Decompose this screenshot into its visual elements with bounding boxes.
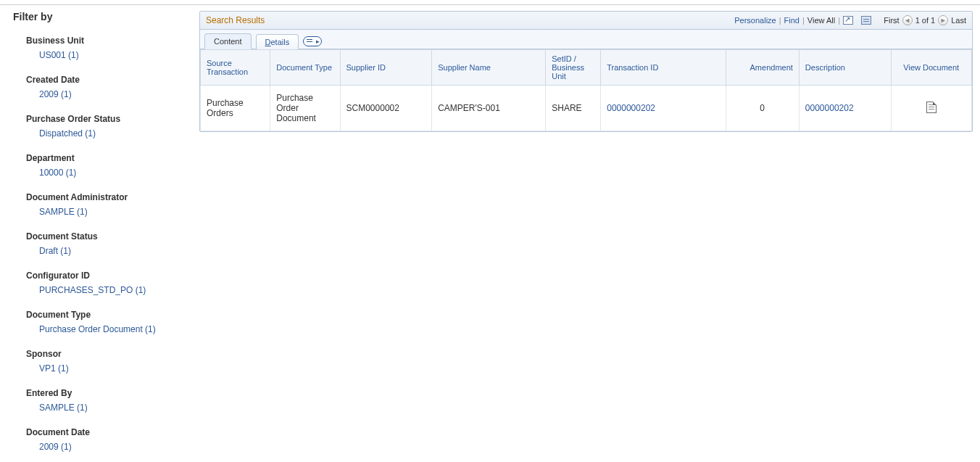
results-main: Search Results Personalize | Find | View… <box>199 11 980 462</box>
filter-group-doc-admin: Document Administrator SAMPLE (1) <box>13 192 191 217</box>
col-setid-bu[interactable]: SetID / Business Unit <box>546 50 601 86</box>
filter-label: Configurator ID <box>13 271 191 281</box>
top-divider <box>0 4 980 5</box>
show-all-columns-icon[interactable] <box>303 36 322 46</box>
cell-view-document <box>891 86 972 131</box>
filter-sidebar: Filter by Business Unit US001 (1) Create… <box>0 11 199 462</box>
tab-details-rest: etails <box>270 38 289 46</box>
filter-value-link[interactable]: 2009 (1) <box>13 89 191 99</box>
filter-label: Sponsor <box>13 349 191 359</box>
personalize-link[interactable]: Personalize <box>734 16 776 25</box>
filter-label: Business Unit <box>13 36 191 46</box>
download-grid-icon[interactable] <box>861 16 871 25</box>
filter-value-link[interactable]: 10000 (1) <box>13 168 191 178</box>
col-document-type[interactable]: Document Type <box>270 50 340 86</box>
view-document-icon[interactable] <box>926 102 937 113</box>
filter-group-configurator-id: Configurator ID PURCHASES_STD_PO (1) <box>13 271 191 295</box>
grid-title: Search Results <box>206 15 265 25</box>
last-link[interactable]: Last <box>951 16 966 25</box>
col-source-transaction[interactable]: Source Transaction <box>201 50 270 86</box>
next-page-icon[interactable]: ► <box>938 15 948 25</box>
filter-group-sponsor: Sponsor VP1 (1) <box>13 349 191 374</box>
col-supplier-name[interactable]: Supplier Name <box>432 50 546 86</box>
filter-value-link[interactable]: Dispatched (1) <box>13 128 191 139</box>
cell-supplier-name: CAMPER'S-001 <box>432 86 546 131</box>
separator: | <box>802 16 805 25</box>
tab-content-label: Content <box>214 37 242 46</box>
tab-content[interactable]: Content <box>204 33 252 49</box>
filter-group-document-type: Document Type Purchase Order Document (1… <box>13 310 191 334</box>
tab-details[interactable]: Details <box>256 34 299 49</box>
filter-label: Purchase Order Status <box>13 114 191 124</box>
grid-tabs: Content Details <box>200 30 972 49</box>
filter-label: Document Date <box>13 427 191 437</box>
col-view-document[interactable]: View Document <box>891 50 972 86</box>
separator: | <box>838 16 840 25</box>
filter-group-po-status: Purchase Order Status Dispatched (1) <box>13 114 191 139</box>
filter-label: Department <box>13 153 191 163</box>
grid-controls: Personalize | Find | View All | First ◄ … <box>734 15 966 25</box>
description-link[interactable]: 0000000202 <box>805 103 854 113</box>
view-all-text[interactable]: View All <box>807 16 835 25</box>
filter-title: Filter by <box>13 11 191 22</box>
grid-header-bar: Search Results Personalize | Find | View… <box>200 12 972 30</box>
separator: | <box>779 16 781 25</box>
search-results-grid: Search Results Personalize | Find | View… <box>199 11 973 132</box>
col-transaction-id[interactable]: Transaction ID <box>601 50 726 86</box>
filter-value-link[interactable]: SAMPLE (1) <box>13 207 191 217</box>
filter-value-link[interactable]: PURCHASES_STD_PO (1) <box>13 285 191 295</box>
cell-source-transaction: Purchase Orders <box>201 86 270 131</box>
table-header-row: Source Transaction Document Type Supplie… <box>201 50 972 86</box>
cell-supplier-id: SCM0000002 <box>340 86 432 131</box>
first-link[interactable]: First <box>884 16 899 25</box>
filter-group-entered-by: Entered By SAMPLE (1) <box>13 388 191 413</box>
zoom-popout-icon[interactable] <box>843 16 853 25</box>
filter-group-business-unit: Business Unit US001 (1) <box>13 36 191 60</box>
results-table: Source Transaction Document Type Supplie… <box>200 49 972 131</box>
filter-group-created-date: Created Date 2009 (1) <box>13 75 191 99</box>
filter-value-link[interactable]: Purchase Order Document (1) <box>13 324 191 334</box>
find-link[interactable]: Find <box>784 16 800 25</box>
transaction-id-link[interactable]: 0000000202 <box>607 103 655 113</box>
cell-amendment: 0 <box>726 86 799 131</box>
range-text: 1 of 1 <box>915 16 936 25</box>
col-amendment[interactable]: Amendment <box>726 50 799 86</box>
filter-value-link[interactable]: Draft (1) <box>13 246 191 256</box>
col-supplier-id[interactable]: Supplier ID <box>340 50 432 86</box>
filter-label: Entered By <box>13 388 191 398</box>
cell-transaction-id: 0000000202 <box>601 86 726 131</box>
filter-value-link[interactable]: 2009 (1) <box>13 442 191 452</box>
filter-label: Document Administrator <box>13 192 191 202</box>
prev-page-icon[interactable]: ◄ <box>902 15 913 25</box>
filter-label: Document Type <box>13 310 191 320</box>
col-description[interactable]: Description <box>799 50 891 86</box>
filter-value-link[interactable]: US001 (1) <box>13 50 191 60</box>
filter-group-doc-status: Document Status Draft (1) <box>13 231 191 256</box>
filter-label: Document Status <box>13 231 191 242</box>
filter-value-link[interactable]: SAMPLE (1) <box>13 403 191 413</box>
table-row: Purchase Orders Purchase Order Document … <box>201 86 972 131</box>
filter-group-department: Department 10000 (1) <box>13 153 191 178</box>
filter-group-document-date: Document Date 2009 (1) <box>13 427 191 452</box>
cell-document-type: Purchase Order Document <box>270 86 340 131</box>
filter-value-link[interactable]: VP1 (1) <box>13 363 191 374</box>
cell-setid-bu: SHARE <box>546 86 601 131</box>
cell-description: 0000000202 <box>799 86 891 131</box>
filter-label: Created Date <box>13 75 191 85</box>
